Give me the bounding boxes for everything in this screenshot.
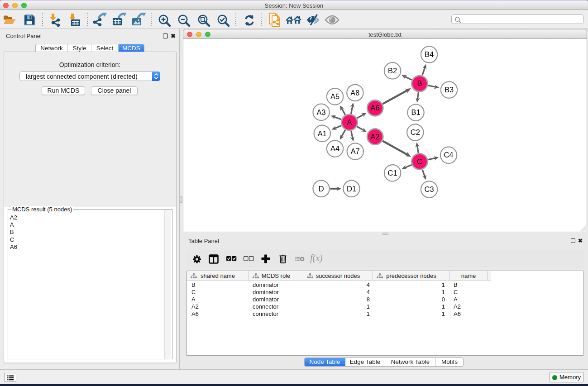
svg-text:B: B (417, 79, 422, 87)
svg-text:A4: A4 (330, 144, 339, 152)
svg-text:C2: C2 (411, 128, 420, 136)
svg-text:A6: A6 (371, 104, 380, 112)
svg-text:A: A (347, 118, 352, 126)
svg-text:A8: A8 (350, 89, 359, 97)
svg-text:B2: B2 (388, 67, 397, 75)
svg-text:C4: C4 (444, 151, 453, 159)
svg-text:B3: B3 (445, 86, 454, 94)
svg-text:D1: D1 (347, 185, 356, 193)
svg-text:A1: A1 (318, 129, 327, 138)
svg-text:A5: A5 (330, 92, 339, 100)
svg-text:B4: B4 (425, 50, 434, 58)
svg-text:B1: B1 (411, 108, 420, 116)
svg-text:C1: C1 (388, 169, 397, 177)
svg-text:C3: C3 (425, 185, 434, 193)
svg-text:A7: A7 (351, 147, 360, 155)
svg-text:A2: A2 (371, 133, 380, 141)
svg-text:C: C (417, 157, 422, 166)
svg-text:D: D (319, 185, 324, 193)
svg-text:A3: A3 (317, 108, 326, 116)
